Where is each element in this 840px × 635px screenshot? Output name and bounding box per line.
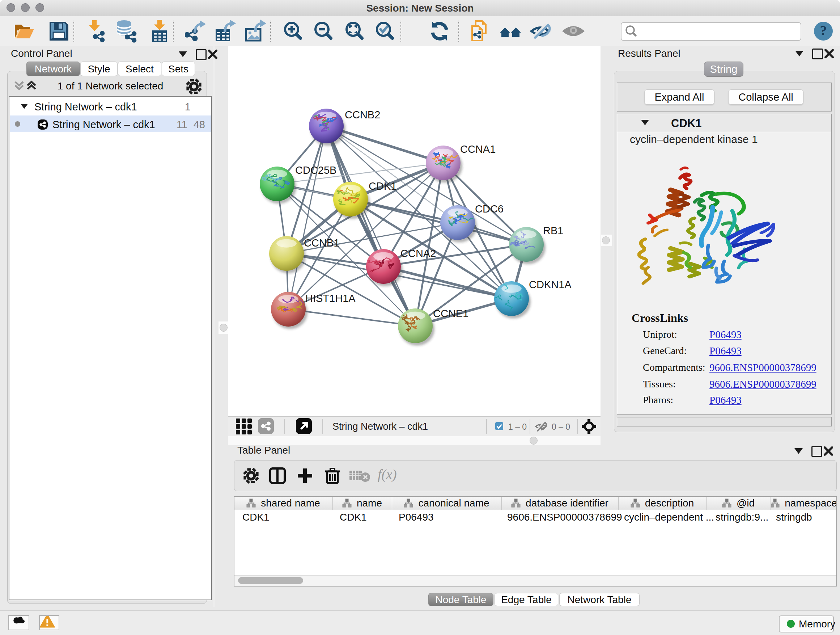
svg-text:RB1: RB1 — [543, 225, 563, 236]
svg-text:?: ? — [820, 23, 827, 38]
svg-text:CCNE1: CCNE1 — [433, 308, 469, 319]
svg-text:HIST1H1A: HIST1H1A — [305, 293, 355, 304]
svg-text:CDC25B: CDC25B — [295, 165, 336, 176]
svg-text:CDKN1A: CDKN1A — [529, 279, 572, 290]
svg-text:CCNB2: CCNB2 — [345, 109, 380, 120]
svg-text:CCNB1: CCNB1 — [304, 237, 339, 249]
svg-text:CDK1: CDK1 — [369, 180, 396, 192]
svg-text:CCNA1: CCNA1 — [460, 143, 496, 155]
svg-text:CCNA2: CCNA2 — [401, 248, 436, 259]
svg-text:CDC6: CDC6 — [475, 203, 504, 215]
